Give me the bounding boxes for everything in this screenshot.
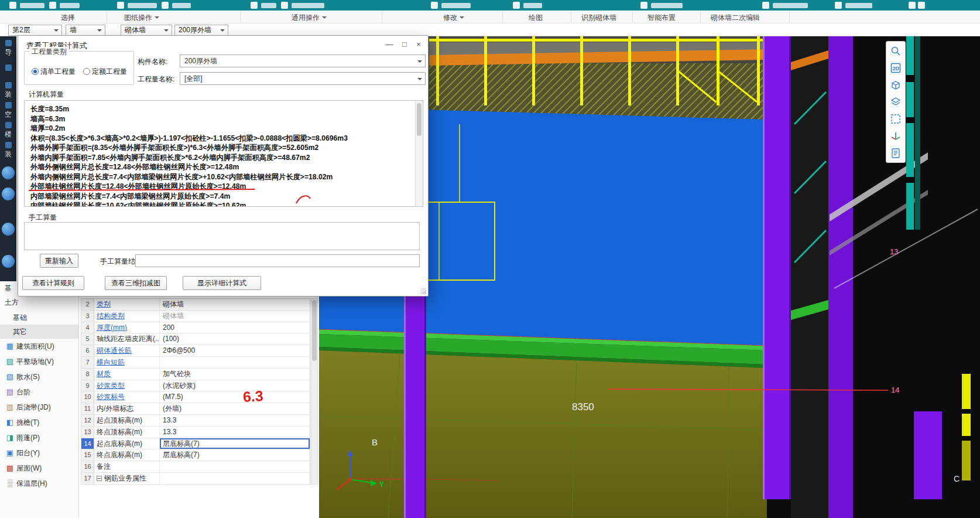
row-number[interactable]: 14 [81, 438, 94, 449]
property-name[interactable]: 钢筋业务属性 [94, 473, 160, 484]
property-name[interactable]: 备注 [94, 461, 160, 472]
property-value-editing[interactable]: 层底标高(7) [160, 438, 310, 449]
ribbon-mini-icon[interactable] [117, 2, 124, 9]
ribbon-group-wall-secondary-edit[interactable]: 砌体墙二次编辑 [711, 13, 760, 23]
ribbon-mini-icon[interactable] [162, 2, 169, 9]
tree-item-earthwork[interactable]: 土方 [0, 295, 78, 309]
ribbon-group-general-ops[interactable]: 通用操作 [292, 13, 327, 23]
lock-icon[interactable] [251, 2, 258, 9]
ground-plane[interactable] [319, 350, 767, 518]
ucs-axes-icon[interactable] [889, 130, 903, 142]
property-row[interactable]: 6砌体通长筋2Φ6@500 [81, 345, 310, 357]
floor-select[interactable]: 第2层 [8, 25, 62, 36]
zoom-icon[interactable] [889, 45, 903, 57]
close-icon[interactable]: × [412, 39, 426, 50]
ribbon-mini-icon[interactable] [9, 2, 16, 9]
ribbon-group-smart-layout[interactable]: 智能布置 [647, 13, 676, 23]
nav-item-eave[interactable]: ◧挑檐(T) [0, 415, 78, 430]
calc-scrollbar[interactable] [415, 101, 422, 206]
ribbon-mini-icon[interactable] [762, 2, 769, 9]
property-row[interactable]: 3结构类别砌体墙 [81, 311, 310, 322]
radio-list-quantity[interactable]: 清单工程量 [32, 67, 76, 77]
app-circle-icon[interactable] [2, 166, 15, 179]
property-row[interactable]: 4厚度(mm)200 [81, 322, 310, 334]
property-value[interactable]: 加气砼块 [160, 369, 310, 380]
ribbon-group-select[interactable]: 选择 [61, 13, 75, 23]
tree-item-other[interactable]: 其它 [0, 325, 78, 339]
row-number[interactable]: 17 [81, 473, 94, 484]
ribbon-mini-button[interactable] [60, 3, 80, 8]
ribbon-mini-button[interactable] [441, 3, 471, 8]
row-number[interactable]: 9 [81, 380, 94, 391]
property-name[interactable]: 结构类别 [94, 311, 160, 322]
ribbon-group-draw[interactable]: 绘图 [529, 13, 543, 23]
scrollbar-thumb[interactable] [312, 300, 317, 361]
property-value[interactable]: (水泥砂浆) [160, 380, 310, 391]
property-row[interactable]: 8材质加气砼块 [81, 369, 310, 380]
ribbon-mini-icon[interactable] [513, 2, 520, 9]
view-3d-deduction-button[interactable]: 查看三维扣减图 [105, 276, 167, 290]
ribbon-mini-icon[interactable] [49, 2, 56, 9]
ribbon-mini-button[interactable] [523, 3, 542, 8]
ribbon-mini-button[interactable] [128, 3, 157, 8]
property-row[interactable]: 10砂浆标号(M7.5) [81, 391, 310, 403]
property-row[interactable]: 16备注 [81, 461, 310, 473]
nav-item-apron[interactable]: ▧散水(S) [0, 369, 78, 384]
row-number[interactable]: 6 [81, 345, 94, 356]
property-value[interactable]: 13.3 [160, 415, 310, 426]
row-number[interactable]: 2 [81, 299, 94, 310]
property-value[interactable]: 层底标高(7) [160, 449, 310, 461]
property-value[interactable]: (外墙) [160, 403, 310, 414]
property-value[interactable]: (M7.5) [160, 391, 310, 403]
layers-icon[interactable] [889, 96, 903, 108]
property-row[interactable]: 12起点顶标高(m)13.3 [81, 415, 310, 427]
property-row[interactable]: 11内/外墙标志(外墙) [81, 403, 310, 415]
property-name[interactable]: 砂浆标号 [94, 391, 160, 403]
property-name[interactable]: 终点底标高(m) [94, 449, 160, 461]
property-value[interactable] [160, 357, 310, 368]
row-number[interactable]: 7 [81, 357, 94, 368]
property-value[interactable] [160, 461, 310, 472]
manual-result-input[interactable] [135, 254, 420, 267]
rail-tab-2[interactable]: 装 [0, 82, 16, 100]
property-row[interactable]: 7横向短筋 [81, 357, 310, 369]
app-circle-icon[interactable] [2, 188, 15, 200]
rail-tab-icon-only[interactable] [0, 64, 16, 72]
component-select[interactable]: 200厚外墙 [174, 25, 228, 36]
property-row[interactable]: 5轴线距左墙皮距离(...(100) [81, 333, 310, 345]
row-number[interactable]: 10 [81, 391, 94, 403]
ribbon-mini-icon[interactable] [918, 2, 925, 9]
ribbon-mini-icon[interactable] [640, 2, 647, 9]
purple-column-left[interactable] [404, 281, 426, 518]
property-name[interactable]: 轴线距左墙皮距离(... [94, 333, 160, 345]
row-number[interactable]: 11 [81, 403, 94, 414]
property-name[interactable]: 厚度(mm) [94, 322, 160, 333]
element-type-select[interactable]: 墙 [66, 25, 105, 36]
nav-item-site-leveling[interactable]: ▨平整场地(V) [0, 354, 78, 369]
rail-tab-4[interactable]: 楼 [0, 122, 16, 139]
component-name-select[interactable]: 200厚外墙 [180, 54, 426, 67]
ribbon-mini-icon[interactable] [281, 2, 288, 9]
nav-item-balcony[interactable]: ▣阳台(Y) [0, 445, 78, 461]
nav-item-steps[interactable]: ▤台阶 [0, 384, 78, 400]
scrollbar-thumb[interactable] [417, 103, 422, 136]
property-row[interactable]: 9砂浆类型(水泥砂浆) [81, 380, 310, 392]
element-category-select[interactable]: 砌体墙 [121, 25, 172, 36]
row-number[interactable]: 3 [81, 311, 94, 322]
row-number[interactable]: 15 [81, 449, 94, 461]
ribbon-mini-button[interactable] [20, 3, 44, 8]
nav-item-building-area[interactable]: ▦建筑面积(U) [0, 339, 78, 354]
resize-grip[interactable] [420, 288, 426, 294]
view-2d-icon[interactable]: 2D [889, 62, 903, 74]
app-circle-icon[interactable] [2, 255, 15, 268]
nav-item-post-cast-strip[interactable]: ▥后浇带(JD) [0, 400, 78, 415]
properties-scrollbar[interactable] [311, 298, 318, 485]
ribbon-group-drawing-ops[interactable]: 图纸操作 [124, 13, 159, 23]
property-value[interactable]: 2Φ6@500 [160, 345, 310, 356]
quantity-name-select[interactable]: [全部] [180, 72, 426, 85]
property-row[interactable]: 13终点顶标高(m)13.3 [81, 427, 310, 438]
collapse-icon[interactable] [97, 476, 102, 481]
ribbon-mini-button[interactable] [651, 3, 683, 8]
ribbon-mini-button[interactable] [292, 3, 324, 8]
row-number[interactable]: 16 [81, 461, 94, 472]
